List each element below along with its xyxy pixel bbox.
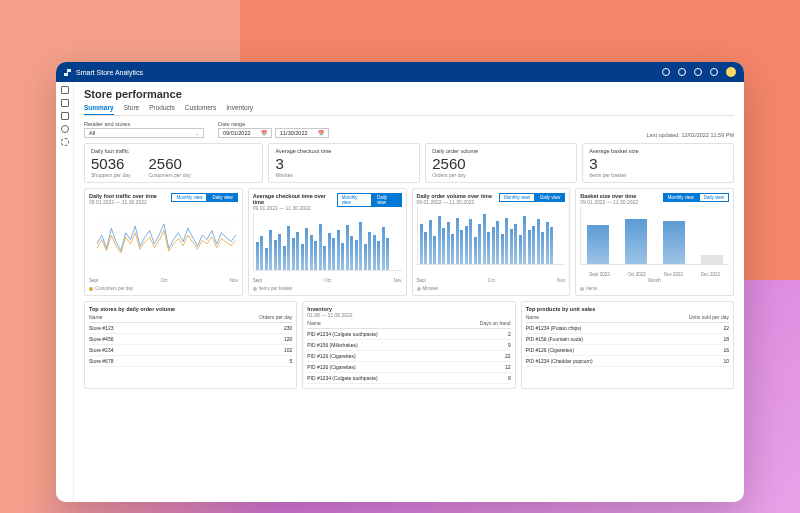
avatar[interactable]: [726, 67, 736, 77]
bar: [433, 236, 436, 264]
bar: [283, 246, 286, 270]
bar: [332, 238, 335, 270]
gear-icon[interactable]: [61, 138, 69, 146]
date-from-input[interactable]: 09/01/2022 📅: [218, 128, 272, 138]
help-icon[interactable]: [710, 68, 718, 76]
bar: [424, 232, 427, 264]
bar: [364, 244, 367, 270]
bar: [701, 255, 723, 264]
chart-checkout-time: Average checkout time over time09.01.202…: [248, 188, 407, 296]
app-launcher-icon[interactable]: [64, 69, 71, 76]
table-row[interactable]: PID #156 (Fountain soda)18: [526, 334, 729, 345]
bar: [447, 222, 450, 264]
table-row[interactable]: PID #126 (Cigarettes)12: [307, 362, 510, 373]
view-toggle[interactable]: Monthly viewDaily view: [663, 193, 729, 202]
bar: [465, 226, 468, 264]
home-icon[interactable]: [61, 99, 69, 107]
table-row[interactable]: PID #1234 (Potato chips)22: [526, 323, 729, 334]
bar: [292, 238, 295, 270]
table-row[interactable]: Store #6785: [89, 356, 292, 367]
table-row[interactable]: PID #126 (Cigarettes)16: [526, 345, 729, 356]
bar: [501, 234, 504, 264]
bar: [483, 214, 486, 264]
bar: [368, 232, 371, 270]
bar: [355, 240, 358, 270]
kpi-value: 2560: [432, 156, 570, 171]
table-row[interactable]: PID #1234 (Cheddar popcorn)10: [526, 356, 729, 367]
main-content: Store performance Summary Store Products…: [74, 82, 744, 502]
bar: [451, 234, 454, 264]
legend-dot-icon: [89, 287, 93, 291]
legend-dot-icon: [417, 287, 421, 291]
tab-summary[interactable]: Summary: [84, 104, 114, 115]
bar: [514, 224, 517, 264]
tab-inventory[interactable]: Inventory: [226, 104, 253, 115]
app-window: Smart Store Analytics Store performance …: [56, 62, 744, 502]
bar: [265, 248, 268, 270]
table-row[interactable]: PID #126 (Cigarettes)22: [307, 351, 510, 362]
notifications-icon[interactable]: [678, 68, 686, 76]
bar: [546, 222, 549, 264]
bar: [274, 240, 277, 270]
bar: [496, 221, 499, 264]
bar: [359, 222, 362, 270]
bar: [305, 228, 308, 270]
tab-products[interactable]: Products: [149, 104, 175, 115]
chevron-down-icon: ⌄: [195, 130, 199, 136]
settings-icon[interactable]: [694, 68, 702, 76]
bar: [278, 234, 281, 270]
app-title: Smart Store Analytics: [76, 69, 143, 76]
page-title: Store performance: [84, 88, 734, 100]
bar: [532, 226, 535, 264]
bar: [420, 224, 423, 264]
search-icon[interactable]: [662, 68, 670, 76]
table-top-stores: Top stores by daily order volume NameOrd…: [84, 301, 297, 389]
kpi-basket-size: Average basket size 3 Items per basket: [582, 143, 734, 183]
kpi-checkout-time: Average checkout time 3 Minutes: [268, 143, 420, 183]
table-top-products: Top products by unit sales NameUnits sol…: [521, 301, 734, 389]
bar: [519, 235, 522, 264]
table-row[interactable]: PID #156 (Milkshakes)9: [307, 340, 510, 351]
bar: [296, 232, 299, 270]
bar: [310, 235, 313, 270]
titlebar: Smart Store Analytics: [56, 62, 744, 82]
bar: [510, 229, 513, 264]
bar: [328, 233, 331, 270]
table-row[interactable]: Store #456120: [89, 334, 292, 345]
table-row[interactable]: PID #1234 (Colgate toothpaste)2: [307, 329, 510, 340]
chart-foot-traffic: Daily foot traffic over time 09.01.2022 …: [84, 188, 243, 296]
bar: [337, 230, 340, 270]
bar: [386, 238, 389, 270]
table-body: PID #1234 (Potato chips)22PID #156 (Foun…: [526, 323, 729, 367]
bar: [541, 232, 544, 264]
bar: [429, 220, 432, 264]
menu-icon[interactable]: [61, 86, 69, 94]
retailer-dropdown[interactable]: All ⌄: [84, 128, 204, 138]
view-toggle[interactable]: Monthly viewDaily view: [337, 193, 402, 207]
bar: [373, 235, 376, 270]
table-row[interactable]: PID #1234 (Colgate toothpaste)8: [307, 373, 510, 384]
view-toggle[interactable]: Monthly view Daily view: [171, 193, 237, 202]
bar: [469, 219, 472, 264]
view-toggle[interactable]: Monthly viewDaily view: [499, 193, 565, 202]
bar: [663, 221, 685, 264]
date-to-input[interactable]: 11/30/2022 📅: [275, 128, 329, 138]
last-updated: Last updated: 12/02/2022 11:59 PM: [647, 132, 734, 138]
bar: [287, 226, 290, 270]
bar: [537, 219, 540, 264]
insights-icon[interactable]: [61, 125, 69, 133]
side-rail: [56, 82, 74, 502]
bar: [505, 218, 508, 264]
bar: [442, 228, 445, 264]
bar: [438, 216, 441, 264]
tab-store[interactable]: Store: [124, 104, 140, 115]
retailer-filter-label: Retailer and stores: [84, 121, 204, 127]
kpi-value: 5036: [91, 156, 130, 171]
tab-customers[interactable]: Customers: [185, 104, 216, 115]
table-row[interactable]: Store #123230: [89, 323, 292, 334]
kpi-order-volume: Daily order volume 2560 Orders per day: [425, 143, 577, 183]
pin-icon[interactable]: [61, 112, 69, 120]
table-row[interactable]: Store #234102: [89, 345, 292, 356]
chart-order-volume: Daily order volume over time09.01.2022 —…: [412, 188, 571, 296]
bar: [587, 225, 609, 264]
